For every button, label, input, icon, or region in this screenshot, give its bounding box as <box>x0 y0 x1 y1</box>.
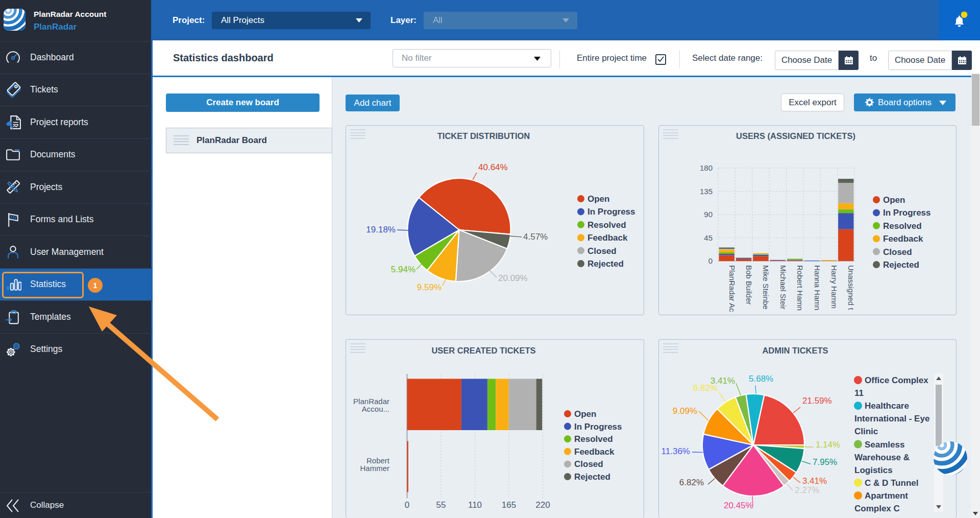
svg-text:International - Eye: International - Eye <box>854 414 929 423</box>
svg-text:165: 165 <box>502 500 516 510</box>
svg-text:Hanna Hamn: Hanna Hamn <box>813 265 822 310</box>
svg-text:Rejected: Rejected <box>587 259 624 269</box>
svg-text:Rejected: Rejected <box>883 260 919 270</box>
svg-text:3.41%: 3.41% <box>710 376 735 386</box>
svg-text:11: 11 <box>854 388 864 398</box>
svg-text:In Progress: In Progress <box>574 422 622 432</box>
svg-text:0: 0 <box>405 500 409 510</box>
svg-text:45: 45 <box>704 233 713 242</box>
svg-text:21.59%: 21.59% <box>802 396 832 406</box>
svg-text:90: 90 <box>704 210 713 219</box>
svg-text:Hammer: Hammer <box>360 464 389 473</box>
svg-text:55: 55 <box>436 500 446 510</box>
svg-text:180: 180 <box>700 163 713 172</box>
svg-text:0: 0 <box>708 256 713 265</box>
svg-text:Warehouse &: Warehouse & <box>854 453 910 462</box>
svg-text:1.14%: 1.14% <box>816 440 840 450</box>
svg-text:Apartment: Apartment <box>865 491 908 501</box>
svg-text:Clinic: Clinic <box>854 427 878 436</box>
svg-text:135: 135 <box>700 187 713 196</box>
svg-text:In Progress: In Progress <box>587 207 635 217</box>
svg-text:In Progress: In Progress <box>883 208 931 218</box>
svg-text:C & D Tunnel: C & D Tunnel <box>865 478 918 488</box>
svg-text:Feedback: Feedback <box>587 233 628 243</box>
svg-text:Resolved: Resolved <box>587 220 626 230</box>
svg-text:9.09%: 9.09% <box>673 406 697 416</box>
svg-text:20.45%: 20.45% <box>724 501 753 510</box>
svg-text:220: 220 <box>535 500 550 510</box>
svg-text:Healthcare: Healthcare <box>865 401 909 411</box>
svg-text:Accou...: Accou... <box>362 405 389 413</box>
svg-text:Feedback: Feedback <box>883 234 923 244</box>
svg-text:3.41%: 3.41% <box>802 476 827 486</box>
svg-text:5.68%: 5.68% <box>749 374 773 384</box>
svg-text:Robert Hamn: Robert Hamn <box>796 265 804 311</box>
svg-text:Closed: Closed <box>587 246 617 256</box>
svg-text:Seamless: Seamless <box>865 440 904 450</box>
svg-text:Feedback: Feedback <box>574 447 615 457</box>
svg-text:11.36%: 11.36% <box>662 446 690 456</box>
svg-text:110: 110 <box>468 500 482 510</box>
svg-text:Resolved: Resolved <box>883 221 922 231</box>
svg-text:Complex C: Complex C <box>854 504 900 513</box>
svg-text:Open: Open <box>587 194 609 204</box>
svg-text:Logistics: Logistics <box>854 465 893 475</box>
svg-text:4.57%: 4.57% <box>523 232 548 242</box>
svg-text:Mike Steinbe: Mike Steinbe <box>762 265 770 310</box>
svg-text:Closed: Closed <box>883 247 912 257</box>
svg-text:Bob Builder: Bob Builder <box>745 265 753 305</box>
svg-text:19.18%: 19.18% <box>366 225 396 234</box>
svg-text:Open: Open <box>883 195 905 205</box>
svg-text:9.59%: 9.59% <box>417 282 442 292</box>
svg-text:Open: Open <box>574 409 596 419</box>
svg-text:40.64%: 40.64% <box>478 162 508 172</box>
svg-text:Office Complex: Office Complex <box>865 375 928 385</box>
svg-text:Michael Steir: Michael Steir <box>779 265 788 310</box>
svg-text:Unassigned t: Unassigned t <box>847 265 855 310</box>
svg-text:7.95%: 7.95% <box>813 457 837 467</box>
svg-text:PlanRadar Ac: PlanRadar Ac <box>728 265 737 312</box>
svg-text:Rejected: Rejected <box>574 472 610 482</box>
svg-text:Resolved: Resolved <box>574 434 613 444</box>
svg-text:Harry Hamm: Harry Hamm <box>830 265 839 309</box>
svg-text:Closed: Closed <box>574 459 603 469</box>
svg-text:20.09%: 20.09% <box>498 273 528 283</box>
svg-text:6.82%: 6.82% <box>679 478 704 487</box>
svg-text:5.94%: 5.94% <box>391 265 415 274</box>
svg-text:2.27%: 2.27% <box>795 485 819 495</box>
